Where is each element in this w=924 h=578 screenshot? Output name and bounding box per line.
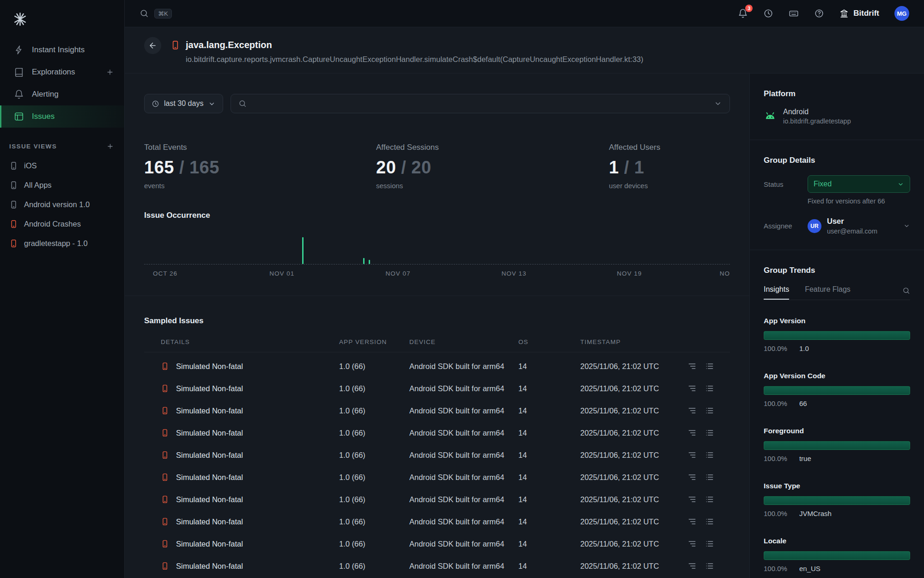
org-switcher[interactable]: Bitdrift [839, 9, 879, 18]
keyboard-button[interactable] [789, 8, 799, 18]
table-row[interactable]: Simulated Non-fatal 1.0 (66) Android SDK… [144, 444, 730, 466]
device-cell: Android SDK built for arm64 [409, 429, 518, 437]
column-header[interactable]: DETAILS [161, 338, 339, 345]
stat-block: Affected Users 1 / 1 user devices [609, 143, 730, 190]
issue-details: Simulated Non-fatal [176, 540, 243, 548]
back-button[interactable] [144, 37, 161, 54]
status-row: Status Fixed [764, 175, 910, 193]
metric-stats: 100.0% en_US [764, 565, 910, 572]
user-avatar[interactable]: MG [894, 6, 909, 21]
row-actions [687, 517, 738, 526]
assignee-select[interactable]: UR User user@email.com [808, 217, 910, 235]
platform-row: Android io.bitdrift.gradletestapp [764, 108, 910, 125]
column-header[interactable]: TIMESTAMP [580, 338, 687, 345]
column-header[interactable]: DEVICE [409, 338, 518, 345]
table-row[interactable]: Simulated Non-fatal 1.0 (66) Android SDK… [144, 488, 730, 510]
filter-search[interactable] [231, 94, 730, 113]
issue-details: Simulated Non-fatal [176, 362, 243, 371]
os-cell: 14 [518, 517, 580, 526]
issue-view-item[interactable]: gradletestapp - 1.0 [0, 234, 124, 253]
row-action-list-icon[interactable] [705, 450, 714, 460]
row-action-list-icon[interactable] [705, 362, 714, 371]
table-row[interactable]: Simulated Non-fatal 1.0 (66) Android SDK… [144, 355, 730, 377]
metric-bar[interactable] [764, 386, 910, 395]
row-action-timeline-icon[interactable] [687, 428, 697, 437]
table-row[interactable]: Simulated Non-fatal 1.0 (66) Android SDK… [144, 377, 730, 400]
app-phone-icon [9, 200, 18, 209]
help-button[interactable] [814, 8, 824, 18]
notifications-button[interactable]: 3 [738, 8, 748, 18]
stat-total: 20 [411, 158, 431, 178]
occurrence-spike [369, 260, 370, 264]
os-cell: 14 [518, 406, 580, 415]
issue-view-item[interactable]: Android version 1.0 [0, 195, 124, 214]
status-select[interactable]: Fixed [808, 175, 910, 193]
sidebar-item-alerting[interactable]: Alerting [0, 83, 124, 105]
issue-occurrence-chart: Issue Occurrence OCT 26NOV 01NOV 07NOV 1… [144, 211, 730, 280]
row-action-timeline-icon[interactable] [687, 473, 697, 482]
app-version-cell: 1.0 (66) [339, 429, 409, 437]
filter-search-input[interactable] [252, 99, 708, 108]
app-version-cell: 1.0 (66) [339, 540, 409, 548]
issue-view-item[interactable]: All Apps [0, 175, 124, 195]
row-action-timeline-icon[interactable] [687, 406, 697, 415]
tab-feature-flags[interactable]: Feature Flags [805, 285, 851, 300]
right-panel: Platform Android io.bitdrift.gradletesta… [749, 74, 924, 578]
row-action-timeline-icon[interactable] [687, 495, 697, 504]
metric-bar[interactable] [764, 496, 910, 505]
row-action-timeline-icon[interactable] [687, 362, 697, 371]
org-name: Bitdrift [853, 9, 879, 18]
sidebar-item-explorations[interactable]: Explorations [0, 61, 124, 83]
row-action-timeline-icon[interactable] [687, 450, 697, 460]
add-exploration-icon[interactable] [106, 68, 114, 76]
column-header[interactable]: APP VERSION [339, 338, 409, 345]
add-issue-view-icon[interactable] [106, 142, 114, 150]
metric-value: 66 [799, 400, 807, 407]
row-actions [687, 539, 738, 548]
metric-bar[interactable] [764, 441, 910, 450]
row-action-list-icon[interactable] [705, 473, 714, 482]
row-action-list-icon[interactable] [705, 561, 714, 571]
sidebar-item-instant-insights[interactable]: Instant Insights [0, 39, 124, 61]
history-clock-button[interactable] [763, 8, 773, 18]
content-row: last 30 days Total Events 165 / [125, 74, 924, 578]
tab-insights[interactable]: Insights [764, 285, 789, 300]
row-action-timeline-icon[interactable] [687, 561, 697, 571]
details-cell: Simulated Non-fatal [161, 473, 339, 482]
sidebar-item-issues[interactable]: Issues [0, 105, 124, 128]
issue-view-item[interactable]: Android Crashes [0, 214, 124, 234]
x-axis-label: NOV 13 [501, 270, 526, 277]
stat-total: 165 [189, 158, 219, 178]
row-action-list-icon[interactable] [705, 517, 714, 526]
occurrence-chart-plot[interactable] [144, 229, 730, 264]
nonfatal-crash-icon [161, 540, 169, 548]
issue-view-item[interactable]: iOS [0, 156, 124, 175]
row-action-timeline-icon[interactable] [687, 517, 697, 526]
stats-row: Total Events 165 / 165 events Affected S… [144, 143, 730, 190]
bitdrift-logo-icon[interactable] [12, 12, 28, 27]
table-row[interactable]: Simulated Non-fatal 1.0 (66) Android SDK… [144, 533, 730, 555]
metric-value: JVMCrash [799, 510, 832, 517]
row-action-list-icon[interactable] [705, 539, 714, 548]
row-action-timeline-icon[interactable] [687, 539, 697, 548]
row-action-list-icon[interactable] [705, 406, 714, 415]
chevron-down-icon[interactable] [714, 99, 722, 108]
details-cell: Simulated Non-fatal [161, 406, 339, 415]
global-search-button[interactable]: ⌘K [140, 9, 172, 18]
row-action-list-icon[interactable] [705, 384, 714, 393]
table-row[interactable]: Simulated Non-fatal 1.0 (66) Android SDK… [144, 400, 730, 422]
x-axis-label: NOV 19 [617, 270, 642, 277]
table-row[interactable]: Simulated Non-fatal 1.0 (66) Android SDK… [144, 466, 730, 488]
row-action-timeline-icon[interactable] [687, 384, 697, 393]
row-action-list-icon[interactable] [705, 495, 714, 504]
table-row[interactable]: Simulated Non-fatal 1.0 (66) Android SDK… [144, 422, 730, 444]
metric-bar[interactable] [764, 551, 910, 560]
trends-search-icon[interactable] [902, 287, 910, 295]
table-row[interactable]: Simulated Non-fatal 1.0 (66) Android SDK… [144, 510, 730, 533]
time-range-select[interactable]: last 30 days [144, 94, 223, 113]
nonfatal-crash-icon [161, 562, 169, 570]
column-header[interactable]: OS [518, 338, 580, 345]
metric-bar[interactable] [764, 331, 910, 340]
row-action-list-icon[interactable] [705, 428, 714, 437]
table-row[interactable]: Simulated Non-fatal 1.0 (66) Android SDK… [144, 555, 730, 577]
